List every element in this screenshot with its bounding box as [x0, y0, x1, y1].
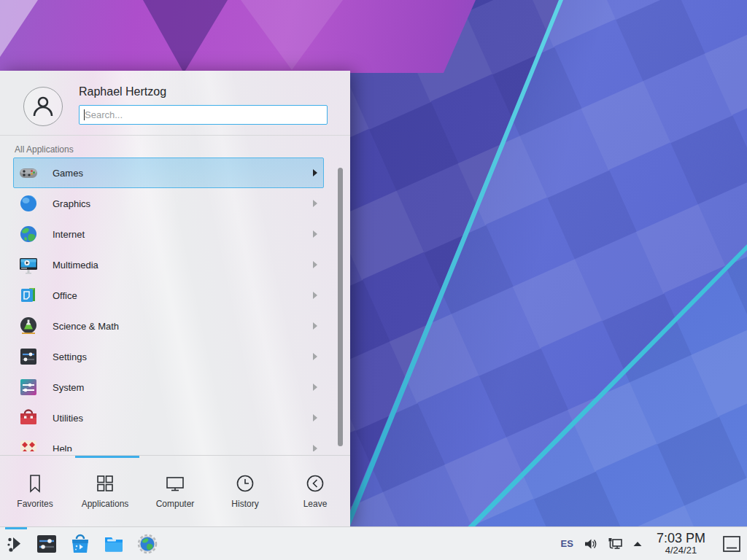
category-row-utilities[interactable]: Utilities: [13, 402, 324, 433]
submenu-arrow-icon: [313, 322, 317, 330]
show-desktop-icon: [722, 535, 741, 553]
category-row-multimedia[interactable]: Multimedia: [13, 249, 324, 280]
media-screen-icon: [18, 255, 38, 275]
clock-icon: [235, 473, 255, 494]
category-label: Multimedia: [53, 260, 313, 271]
category-list: Games Graphics: [0, 158, 350, 451]
tab-leave[interactable]: Leave: [280, 456, 350, 526]
grid-icon: [95, 473, 115, 494]
category-label: Graphics: [53, 198, 313, 209]
launcher-active-indicator: [5, 527, 27, 529]
submenu-arrow-icon: [313, 353, 317, 360]
show-desktop-button[interactable]: [721, 533, 743, 555]
category-row-internet[interactable]: Internet: [13, 219, 324, 249]
pinned-apps: [35, 532, 159, 556]
help-icon: [18, 439, 38, 452]
clock-date: 4/24/21: [665, 545, 697, 556]
search-field-wrap: [79, 105, 328, 125]
web-browser-button[interactable]: [136, 532, 159, 556]
flask-icon: [18, 316, 38, 336]
volume-button[interactable]: [583, 537, 597, 551]
category-label: Games: [53, 168, 313, 179]
tab-label: Favorites: [17, 499, 53, 509]
tab-history[interactable]: History: [210, 456, 280, 526]
category-label: Internet: [53, 229, 313, 240]
text-caret: [84, 109, 85, 120]
tab-label: Applications: [82, 499, 129, 509]
gamepad-icon: [18, 163, 38, 183]
keyboard-layout-indicator[interactable]: ES: [561, 538, 573, 549]
taskbar-panel: ES: [0, 526, 747, 560]
category-row-system[interactable]: System: [13, 372, 324, 402]
expand-tray-arrow-icon: [632, 540, 643, 548]
monitor-icon: [165, 473, 185, 494]
browser-globe-icon: [136, 533, 158, 555]
kickoff-icon: [5, 533, 27, 555]
category-label: Office: [53, 290, 313, 301]
system-settings-button[interactable]: [35, 532, 58, 556]
tab-computer[interactable]: Computer: [140, 456, 210, 526]
category-row-help[interactable]: Help: [13, 433, 324, 451]
category-label: System: [53, 382, 313, 393]
discover-store-button[interactable]: [69, 532, 92, 556]
tab-applications[interactable]: Applications: [70, 456, 140, 526]
submenu-arrow-icon: [313, 414, 317, 421]
category-row-settings[interactable]: Settings: [13, 341, 324, 372]
system-tray: ES: [561, 532, 747, 556]
file-manager-button[interactable]: [102, 532, 125, 556]
sliders-gradient-icon: [18, 378, 38, 397]
category-row-graphics[interactable]: Graphics: [13, 188, 324, 219]
user-avatar: [23, 87, 63, 126]
bookmark-icon: [25, 473, 45, 494]
tab-label: Leave: [303, 499, 328, 509]
category-label: Help: [53, 443, 313, 452]
tab-favorites[interactable]: Favorites: [0, 456, 70, 526]
category-row-office[interactable]: Office: [13, 280, 324, 311]
sliders-dark-icon: [18, 347, 38, 367]
volume-icon: [583, 537, 597, 551]
category-row-science-math[interactable]: Science & Math: [13, 311, 324, 341]
leave-back-icon: [305, 473, 325, 494]
submenu-arrow-icon: [313, 261, 317, 268]
desktop: Raphael Hertzog All Applications: [0, 0, 747, 560]
submenu-arrow-icon: [313, 200, 317, 207]
submenu-arrow-icon: [313, 230, 317, 238]
expand-tray-button[interactable]: [632, 540, 643, 548]
tab-label: Computer: [156, 499, 195, 509]
launcher-header: Raphael Hertzog: [0, 71, 350, 136]
launcher-tab-bar: Favorites Applications: [0, 455, 350, 526]
document-icon: [18, 286, 38, 306]
category-label: Science & Math: [53, 321, 313, 332]
application-launcher-button[interactable]: [0, 527, 32, 560]
active-tab-indicator: [75, 456, 139, 458]
user-icon: [31, 94, 55, 119]
section-label: All Applications: [15, 144, 350, 155]
sphere-icon: [18, 194, 38, 214]
clock-time: 7:03 PM: [657, 532, 705, 545]
submenu-arrow-icon: [313, 384, 317, 391]
discover-icon: [69, 533, 91, 555]
submenu-arrow-icon: [313, 169, 317, 176]
system-settings-icon: [36, 533, 58, 555]
category-label: Utilities: [53, 413, 313, 424]
folder-icon: [103, 533, 125, 555]
category-row-games[interactable]: Games: [13, 158, 324, 188]
category-label: Settings: [53, 351, 313, 362]
digital-clock[interactable]: 7:03 PM 4/24/21: [657, 532, 705, 556]
submenu-arrow-icon: [313, 445, 317, 451]
search-input[interactable]: [79, 105, 328, 125]
submenu-arrow-icon: [313, 292, 317, 299]
application-launcher-popup: Raphael Hertzog All Applications: [0, 71, 350, 526]
globe-icon: [18, 225, 38, 244]
tab-label: History: [231, 499, 258, 509]
user-name: Raphael Hertzog: [79, 85, 166, 98]
network-button[interactable]: [607, 537, 623, 551]
wired-network-icon: [607, 537, 623, 551]
toolbox-icon: [18, 408, 38, 428]
list-scrollbar[interactable]: [338, 168, 343, 446]
